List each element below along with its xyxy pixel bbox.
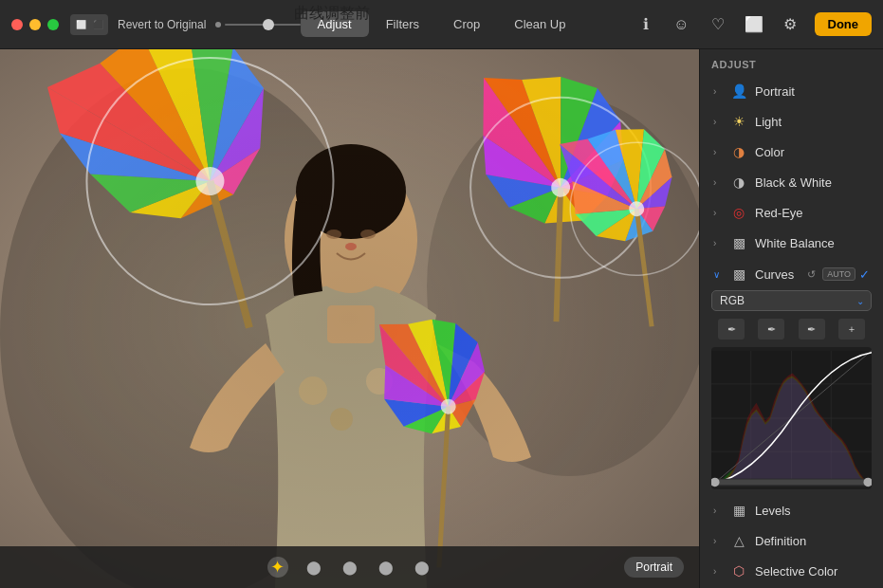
eyedropper-mid-button[interactable]: ✒ <box>758 319 784 340</box>
adjust-item-wb[interactable]: › ▩ White Balance <box>704 229 879 257</box>
tab-crop[interactable]: Crop <box>436 11 497 37</box>
add-point-button[interactable]: + <box>838 319 865 340</box>
rgb-select[interactable]: RGB Red Green Blue <box>711 290 872 311</box>
adjust-item-color[interactable]: › ◑ Color <box>704 138 879 166</box>
nav-tabs: Adjust Filters Crop Clean Up <box>301 11 583 37</box>
rgb-select-wrap: RGB Red Green Blue ⌄ <box>711 290 872 311</box>
adjust-item-redeye[interactable]: › ◎ Red-Eye <box>704 198 879 227</box>
curves-icon: ▩ <box>730 266 747 282</box>
chevron-right-icon: › <box>713 566 723 577</box>
chevron-right-icon: › <box>713 147 723 157</box>
redeye-icon: ◎ <box>730 205 747 220</box>
slider-left-dot <box>215 22 221 28</box>
bottom-icon-star[interactable]: ✦ <box>267 557 288 578</box>
adjust-color-label: Color <box>755 145 870 159</box>
tab-cleanup[interactable]: Clean Up <box>497 11 582 37</box>
bottom-toolbar: ✦ ⬤ ⬤ ⬤ ⬤ Portrait <box>0 546 699 588</box>
panel-header: ADJUST <box>700 49 883 76</box>
chevron-right-icon: › <box>713 117 723 127</box>
light-icon: ☀ <box>730 114 747 129</box>
comparison-slider[interactable] <box>215 22 310 28</box>
wb-icon: ▩ <box>730 235 747 250</box>
adjust-portrait-label: Portrait <box>755 84 870 99</box>
revert-button[interactable]: Revert to Original <box>118 18 206 31</box>
slider-thumb <box>263 19 274 30</box>
adjust-light-label: Light <box>755 115 870 129</box>
rgb-row: RGB Red Green Blue ⌄ <box>711 290 872 311</box>
curves-controls: ↺ AUTO ✓ <box>804 267 870 282</box>
adjust-bw-label: Black & White <box>755 175 870 190</box>
bottom-icon-circle1[interactable]: ⬤ <box>304 557 324 578</box>
fullscreen-button[interactable] <box>47 19 59 30</box>
adjust-item-bw[interactable]: › ◑ Black & White <box>704 168 879 196</box>
curves-header[interactable]: ∨ ▩ Curves ↺ AUTO ✓ <box>704 260 879 288</box>
chevron-right-icon: › <box>713 208 723 218</box>
bottom-icon-circle2[interactable]: ⬤ <box>340 557 360 578</box>
adjust-item-selective-color[interactable]: › ⬡ Selective Color <box>704 557 879 585</box>
bottom-icon-circle3[interactable]: ⬤ <box>376 557 396 578</box>
adjust-levels-label: Levels <box>755 504 870 518</box>
main-area: ✦ ⬤ ⬤ ⬤ ⬤ Portrait ADJUST › 👤 Portrait ›… <box>0 49 883 588</box>
curves-label: Curves <box>755 267 797 282</box>
portrait-icon: 👤 <box>730 83 747 99</box>
adjust-selective-color-label: Selective Color <box>755 564 870 579</box>
tab-filters[interactable]: Filters <box>369 11 436 37</box>
curves-undo-button[interactable]: ↺ <box>804 267 819 282</box>
chevron-right-icon: › <box>713 238 723 248</box>
chevron-right-icon: › <box>713 505 723 516</box>
favorite-button[interactable]: ♡ <box>707 13 729 36</box>
titlebar: ⬜ ⬛ Revert to Original Adjust Filters Cr… <box>0 0 883 49</box>
chevron-right-icon: › <box>713 86 723 97</box>
chevron-right-icon: › <box>713 536 723 546</box>
selective-color-icon: ⬡ <box>730 563 747 579</box>
adjust-wb-label: White Balance <box>755 236 870 250</box>
info-button[interactable]: ℹ <box>635 13 657 36</box>
adjust-item-portrait[interactable]: › 👤 Portrait <box>704 77 879 105</box>
curves-auto-badge: AUTO <box>822 267 855 281</box>
histogram-area <box>711 347 872 489</box>
curves-section: ∨ ▩ Curves ↺ AUTO ✓ RGB Red Green Blue <box>704 260 879 493</box>
slider-track <box>225 24 301 26</box>
svg-rect-36 <box>713 480 870 486</box>
curves-check-icon: ✓ <box>859 267 870 282</box>
eyedropper-light-button[interactable]: ✒ <box>799 319 825 340</box>
emoji-button[interactable]: ☺ <box>671 13 693 36</box>
levels-icon: ▦ <box>730 503 747 518</box>
right-panel: ADJUST › 👤 Portrait › ☀ Light › ◑ Color … <box>699 49 883 588</box>
bw-icon: ◑ <box>730 175 747 190</box>
split-view-button[interactable]: ⬛ <box>89 16 106 33</box>
eyedropper-dark-button[interactable]: ✒ <box>718 319 745 340</box>
svg-rect-26 <box>0 49 699 588</box>
bottom-icon-circle4[interactable]: ⬤ <box>412 557 432 578</box>
window-controls <box>11 19 59 30</box>
adjust-definition-label: Definition <box>755 534 870 548</box>
color-icon: ◑ <box>730 144 747 159</box>
photo-area: ✦ ⬤ ⬤ ⬤ ⬤ Portrait <box>0 49 699 588</box>
done-button[interactable]: Done <box>815 12 873 36</box>
tab-adjust[interactable]: Adjust <box>301 11 369 37</box>
curves-tools: ✒ ✒ ✒ + <box>704 315 879 343</box>
adjust-item-levels[interactable]: › ▦ Levels <box>704 496 879 524</box>
chevron-down-icon: ∨ <box>713 269 723 280</box>
minimize-button[interactable] <box>29 19 41 30</box>
view-toggle: ⬜ ⬛ <box>70 14 108 35</box>
photo-svg <box>0 49 699 588</box>
adjust-item-definition[interactable]: › △ Definition <box>704 526 879 555</box>
adjust-item-light[interactable]: › ☀ Light <box>704 107 879 136</box>
close-button[interactable] <box>11 19 23 30</box>
definition-icon: △ <box>730 533 747 548</box>
photo-canvas <box>0 49 699 588</box>
titlebar-right: ℹ ☺ ♡ ⬜ ⚙ Done <box>635 12 873 36</box>
chevron-right-icon: › <box>713 177 723 188</box>
histogram-svg <box>711 347 872 489</box>
portrait-badge[interactable]: Portrait <box>624 557 684 578</box>
single-view-button[interactable]: ⬜ <box>72 16 89 33</box>
more-button[interactable]: ⚙ <box>779 13 801 36</box>
share-button[interactable]: ⬜ <box>743 13 765 36</box>
adjust-redeye-label: Red-Eye <box>755 206 870 220</box>
